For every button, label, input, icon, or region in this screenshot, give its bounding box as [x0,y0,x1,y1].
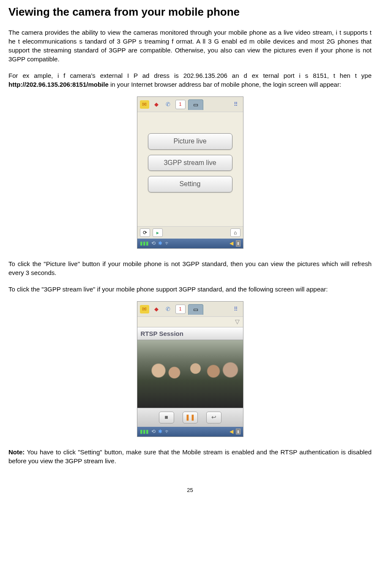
phone-video-area: ▽ RTSP Session ■ ❚❚ ↩ [137,317,243,427]
phone-mockup-2: ✉ ◆ ✆ 1 ▭ ⠿ ▽ RTSP Session ■ ❚❚ ↩ ▮▮▮ ⟲ … [137,301,243,437]
refresh-icon: ⟳ [140,228,150,237]
phone-top-bar: ✉ ◆ ✆ 1 ▭ ⠿ [137,302,243,317]
book-icon: ◆ [152,100,161,109]
wifi-icon: ᯤ [165,240,170,247]
signal-icon: ▮▮▮ [140,428,149,435]
forward-icon: ▸ [153,228,163,237]
sound-icon: ◀ [230,428,233,435]
pause-button[interactable]: ❚❚ [183,412,198,423]
paragraph-3gpp-stream: To click the "3GPP stream live" if your … [8,285,372,294]
phone-top-bar: ✉ ◆ ✆ 1 ▭ ⠿ [137,97,243,112]
phone-bottom-bar: ⟳ ▸ ⌂ [137,226,243,239]
paragraph-example: For ex ample, i f camera's external I P … [8,71,372,89]
video-frame-image [137,340,243,408]
apps-icon: ⠿ [231,100,241,109]
paragraph-picture-live: To click the "Picture live" button if yo… [8,259,372,277]
phone-mockup-1: ✉ ◆ ✆ 1 ▭ ⠿ Picture live 3GPP stream liv… [137,96,243,249]
sync-icon: ⟲ [151,240,156,247]
phone-icon: ✆ [164,100,173,109]
phone-icon: ✆ [164,305,173,313]
calendar-icon: 1 [175,305,186,314]
phone-status-bar: ▮▮▮ ⟲ ✱ ᯤ ◀ ▮ [137,239,243,248]
page-number: 25 [8,486,372,494]
bluetooth-icon: ✱ [158,428,162,435]
stop-button[interactable]: ■ [159,412,174,423]
mail-icon: ✉ [140,305,149,313]
figure-login-screen: ✉ ◆ ✆ 1 ▭ ⠿ Picture live 3GPP stream liv… [8,96,372,249]
setting-button[interactable]: Setting [148,176,232,192]
back-button[interactable]: ↩ [206,412,221,423]
note-label: Note: [8,448,25,456]
book-icon: ◆ [152,305,161,313]
sound-icon: ◀ [230,240,233,247]
battery-icon: ▮ [236,240,241,247]
camera-tab-icon: ▭ [188,304,203,315]
home-icon: ⌂ [230,228,241,237]
signal-icon: ▮▮▮ [140,240,149,247]
phone-status-bar: ▮▮▮ ⟲ ✱ ᯤ ◀ ▮ [137,427,243,437]
battery-icon: ▮ [236,429,241,435]
apps-icon: ⠿ [231,305,241,313]
wifi-icon: ᯤ [165,428,170,435]
picture-live-button[interactable]: Picture live [148,133,232,149]
sync-icon: ⟲ [151,428,156,435]
paragraph-note: Note: You have to click "Setting" button… [8,448,372,465]
paragraph-intro: The camera provides the ability to view … [8,28,372,63]
rtsp-session-label: RTSP Session [137,327,243,340]
page-title: Viewing the camera from your mobile phon… [8,4,372,19]
note-text: You have to click "Setting" button, make… [8,448,372,464]
playback-controls: ■ ❚❚ ↩ [137,408,243,427]
calendar-icon: 1 [175,100,186,109]
3gpp-stream-live-button[interactable]: 3GPP stream live [148,155,232,171]
video-stream [137,340,243,408]
para2-text-a: For ex ample, i f camera's external I P … [8,72,372,79]
example-url: http://202.96.135.206:8151/mobile [8,81,109,88]
mail-icon: ✉ [140,100,149,109]
figure-rtsp-session: ✉ ◆ ✆ 1 ▭ ⠿ ▽ RTSP Session ■ ❚❚ ↩ ▮▮▮ ⟲ … [8,301,372,437]
para2-text-c: in your Internet browser address bar of … [109,81,341,88]
bluetooth-icon: ✱ [158,240,162,247]
collapse-bar: ▽ [137,317,243,327]
phone-content-area: Picture live 3GPP stream live Setting [137,112,243,226]
camera-tab-icon: ▭ [188,99,203,110]
